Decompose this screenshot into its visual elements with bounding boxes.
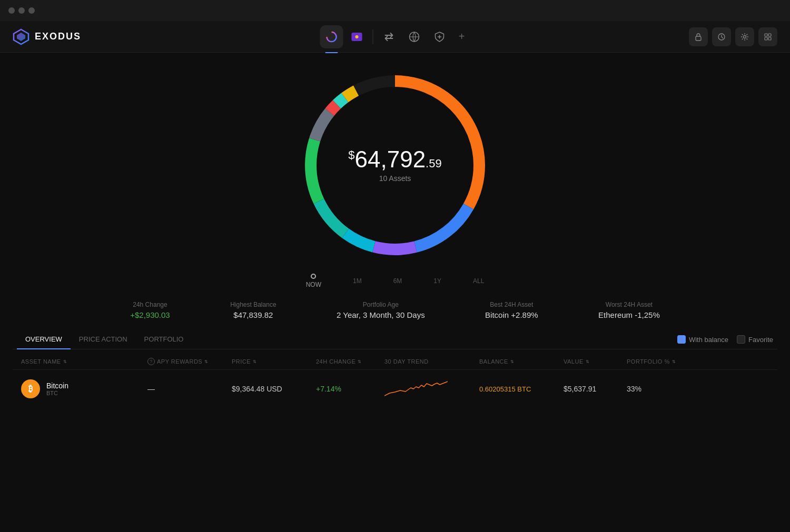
nav-item-swap[interactable] (378, 25, 401, 48)
stat-highest-balance: Highest Balance $47,839.82 (230, 301, 276, 319)
nav-item-plus[interactable] (428, 25, 451, 48)
swap-icon (383, 31, 395, 43)
portfolio-icon (326, 31, 338, 43)
trend-cell (384, 377, 479, 400)
sparkline-svg (384, 377, 448, 398)
btc-icon: ₿ (21, 379, 40, 398)
sort-icon-price: ⇅ (253, 359, 257, 364)
filter-favorite-checkbox[interactable] (737, 335, 745, 344)
svg-rect-7 (696, 36, 701, 41)
timeline-1m[interactable]: 1M (353, 277, 362, 285)
sort-icon-balance: ⇅ (510, 359, 515, 364)
donut-center: $64,792.59 10 Assets (348, 148, 441, 183)
apps-button[interactable] (758, 27, 777, 46)
balance-cell: 0.60205315 BTC (479, 385, 564, 393)
gear-icon (740, 33, 749, 41)
close-button[interactable] (8, 7, 15, 14)
col-apy-rewards[interactable]: ? APY REWARDS ⇅ (147, 358, 232, 365)
nav-item-portfolio[interactable] (320, 25, 343, 48)
maximize-button[interactable] (28, 7, 35, 14)
svg-rect-10 (765, 34, 767, 36)
stat-label-best: Best 24H Asset (485, 301, 538, 308)
stat-label-24h: 24h Change (130, 301, 170, 308)
nav-item-web3[interactable] (403, 25, 426, 48)
stat-value-highest: $47,839.82 (230, 310, 276, 319)
asset-name-info: Bitcoin BTC (46, 382, 68, 396)
timeline-1y[interactable]: 1Y (433, 277, 441, 285)
sort-icon-change: ⇅ (358, 359, 362, 364)
svg-rect-13 (768, 37, 771, 40)
col-asset-name[interactable]: ASSET NAME ⇅ (21, 358, 147, 365)
nav-separator (373, 29, 373, 44)
table-header: ASSET NAME ⇅ ? APY REWARDS ⇅ PRICE ⇅ 24H… (13, 354, 777, 369)
traffic-lights (8, 7, 35, 14)
tab-overview[interactable]: OVERVIEW (17, 330, 71, 349)
nav-add-button[interactable]: + (453, 28, 470, 45)
asset-name: Bitcoin (46, 382, 68, 390)
logo[interactable]: EXODUS (13, 28, 81, 45)
lock-button[interactable] (689, 27, 708, 46)
timeline-now[interactable]: NOW (306, 274, 321, 288)
tab-portfolio[interactable]: PORTFOLIO (136, 330, 192, 349)
minimize-button[interactable] (18, 7, 25, 14)
web3-icon (409, 31, 420, 43)
asset-table: ASSET NAME ⇅ ? APY REWARDS ⇅ PRICE ⇅ 24H… (13, 354, 777, 408)
asset-ticker: BTC (46, 390, 68, 396)
timeline: NOW 1M 6M 1Y ALL (306, 274, 485, 288)
col-value[interactable]: VALUE ⇅ (564, 358, 627, 365)
asset-name-cell: ₿ Bitcoin BTC (21, 379, 147, 398)
sort-icon-portfolio: ⇅ (672, 359, 676, 364)
table-section: OVERVIEW PRICE ACTION PORTFOLIO ✓ With b… (0, 330, 790, 408)
titlebar (0, 0, 790, 21)
timeline-6m[interactable]: 6M (393, 277, 402, 285)
filter-balance-checkbox[interactable]: ✓ (677, 335, 686, 344)
stat-best-asset: Best 24H Asset Bitcoin +2.89% (485, 301, 538, 319)
col-balance[interactable]: BALANCE ⇅ (479, 358, 564, 365)
stat-label-highest: Highest Balance (230, 301, 276, 308)
assets-count: 10 Assets (348, 174, 441, 183)
apy-cell: — (147, 385, 232, 393)
apps-icon (764, 33, 772, 41)
price-cell: $9,364.48 USD (232, 385, 316, 393)
exodus-logo-icon (13, 28, 29, 45)
table-row[interactable]: ₿ Bitcoin BTC — $9,364.48 USD +7.14% 0.6… (13, 369, 777, 408)
stat-label-age: Portfolio Age (337, 301, 425, 308)
stat-value-best: Bitcoin +2.89% (485, 310, 538, 319)
tabs-row: OVERVIEW PRICE ACTION PORTFOLIO ✓ With b… (13, 330, 777, 349)
nav-item-exchange[interactable] (345, 25, 369, 48)
exchange-icon (351, 31, 363, 43)
col-price[interactable]: PRICE ⇅ (232, 358, 316, 365)
filter-with-balance[interactable]: ✓ With balance (677, 335, 728, 344)
history-button[interactable] (712, 27, 731, 46)
change-cell: +7.14% (316, 385, 384, 393)
settings-button[interactable] (735, 27, 754, 46)
tab-price-action[interactable]: PRICE ACTION (71, 330, 136, 349)
timeline-all[interactable]: ALL (473, 277, 484, 285)
donut-chart: $64,792.59 10 Assets (295, 65, 495, 265)
portfolio-value: $64,792.59 (348, 148, 441, 171)
stat-value-age: 2 Year, 3 Month, 30 Days (337, 310, 425, 319)
apy-help-icon[interactable]: ? (147, 358, 155, 365)
lock-icon (694, 33, 703, 41)
tabs-right: ✓ With balance Favorite (677, 335, 773, 344)
header: EXODUS (0, 21, 790, 53)
stat-portfolio-age: Portfolio Age 2 Year, 3 Month, 30 Days (337, 301, 425, 319)
stat-worst-asset: Worst 24H Asset Ethereum -1,25% (598, 301, 660, 319)
timeline-dot (311, 274, 316, 279)
filter-favorite-label: Favorite (748, 336, 773, 344)
svg-point-5 (355, 35, 359, 38)
history-icon (717, 33, 726, 41)
svg-marker-1 (17, 33, 25, 41)
filter-favorite[interactable]: Favorite (737, 335, 773, 344)
stats-row: 24h Change +$2,930.03 Highest Balance $4… (79, 301, 711, 319)
currency-symbol: $ (348, 148, 354, 162)
sort-icon-apy: ⇅ (204, 359, 209, 364)
stat-24h-change: 24h Change +$2,930.03 (130, 301, 170, 319)
col-portfolio[interactable]: PORTFOLIO % ⇅ (627, 358, 679, 365)
stat-value-worst: Ethereum -1,25% (598, 310, 660, 319)
nav-right (689, 27, 777, 46)
sort-icon-value: ⇅ (586, 359, 590, 364)
col-24h-change[interactable]: 24H CHANGE ⇅ (316, 358, 384, 365)
portfolio-cell: 33% (627, 385, 679, 393)
filter-balance-label: With balance (689, 336, 728, 344)
